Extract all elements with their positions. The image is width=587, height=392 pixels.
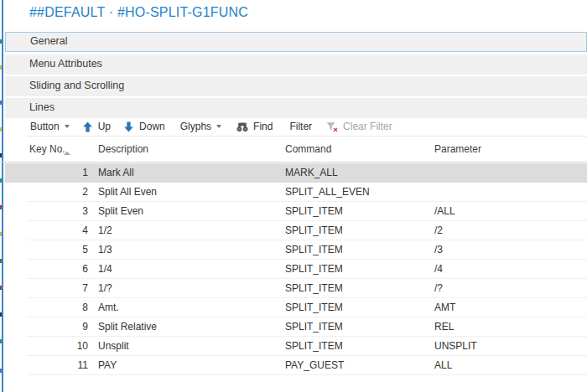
filter-button[interactable]: Filter: [289, 117, 312, 136]
find-button[interactable]: Find: [236, 117, 273, 136]
cell-description: 1/2: [98, 221, 112, 240]
cell-command: PAY_GUEST: [285, 356, 344, 375]
column-header-key-no[interactable]: Key No.: [29, 143, 65, 155]
section-label: Lines: [29, 101, 55, 113]
page-title: ##DEFAULT · #HO-SPLIT-G1FUNC: [29, 5, 248, 20]
table-row[interactable]: 61/4SPLIT_ITEM/4: [0, 260, 587, 279]
cell-command: SPLIT_ITEM: [285, 202, 343, 221]
cell-description: Amt.: [98, 298, 119, 317]
cell-description: 1/4: [98, 260, 112, 279]
lines-toolbar: Button Up Down Glyphs Find: [30, 117, 392, 136]
cell-parameter: /3: [434, 240, 443, 260]
move-up-button[interactable]: Up: [82, 117, 111, 136]
section-header-sliding-and-scrolling[interactable]: Sliding and Scrolling: [5, 76, 587, 96]
cell-command: SPLIT_ITEM: [285, 240, 343, 260]
cell-key-no: 3: [29, 202, 88, 221]
cell-description: Split All Even: [98, 183, 157, 202]
cell-description: Split Even: [98, 202, 143, 221]
filter-label: Filter: [289, 117, 312, 136]
table-row[interactable]: 51/3SPLIT_ITEM/3: [0, 240, 587, 260]
cell-key-no: 2: [29, 183, 88, 202]
cell-parameter: /ALL: [434, 202, 455, 221]
cell-command: SPLIT_ITEM: [285, 260, 343, 279]
find-label: Find: [253, 117, 273, 136]
table-row[interactable]: 41/2SPLIT_ITEM/2: [0, 221, 587, 240]
cell-key-no: 5: [29, 240, 88, 260]
table-row[interactable]: 8Amt.SPLIT_ITEMAMT: [0, 298, 587, 317]
section-header-general[interactable]: General: [5, 32, 587, 52]
page-window: ##DEFAULT · #HO-SPLIT-G1FUNC General Men…: [0, 0, 587, 392]
cell-command: MARK_ALL: [285, 163, 338, 183]
cell-command: SPLIT_ITEM: [285, 337, 343, 356]
clear-filter-icon: [326, 121, 338, 132]
cell-command: SPLIT_ITEM: [285, 279, 343, 298]
cell-description: Unsplit: [98, 337, 129, 356]
section-header-lines[interactable]: Lines: [5, 98, 587, 118]
move-up-label: Up: [98, 117, 111, 136]
button-menu-button[interactable]: Button: [30, 117, 70, 136]
section-label: General: [30, 35, 67, 47]
cell-command: SPLIT_ITEM: [285, 317, 343, 337]
glyphs-menu-label: Glyphs: [180, 117, 211, 136]
move-down-label: Down: [139, 117, 165, 136]
column-header-parameter[interactable]: Parameter: [434, 143, 481, 155]
arrow-up-icon: [82, 121, 93, 132]
section-header-menu-attributes[interactable]: Menu Attributes: [5, 54, 587, 75]
arrow-down-icon: [123, 121, 134, 132]
section-label: Menu Attributes: [29, 58, 102, 70]
cell-key-no: 9: [29, 317, 88, 337]
cell-key-no: 8: [29, 298, 88, 317]
table-row[interactable]: 1Mark AllMARK_ALL: [0, 163, 587, 183]
column-header-command[interactable]: Command: [285, 143, 331, 155]
cell-key-no: 10: [29, 337, 88, 356]
table-row[interactable]: 9Split RelativeSPLIT_ITEMREL: [0, 317, 587, 337]
cell-command: SPLIT_ITEM: [285, 298, 343, 317]
cell-command: SPLIT_ALL_EVEN: [285, 183, 370, 202]
grid-body: 1Mark AllMARK_ALL2Split All EvenSPLIT_AL…: [0, 163, 587, 375]
cell-parameter: UNSPLIT: [434, 337, 477, 356]
sort-ascending-icon: [64, 152, 70, 155]
cell-parameter: AMT: [434, 298, 455, 317]
table-row[interactable]: 3Split EvenSPLIT_ITEM/ALL: [0, 202, 587, 221]
cell-key-no: 11: [29, 356, 88, 375]
cell-description: PAY: [98, 356, 117, 375]
table-row[interactable]: 10UnsplitSPLIT_ITEMUNSPLIT: [0, 337, 587, 356]
section-label: Sliding and Scrolling: [29, 80, 124, 91]
cell-description: Mark All: [98, 163, 134, 183]
clear-filter-label: Clear Filter: [343, 117, 392, 136]
cell-parameter: REL: [434, 317, 454, 337]
toolbar-separator: [27, 136, 587, 137]
cell-description: 1/3: [98, 240, 112, 260]
glyphs-menu-button[interactable]: Glyphs: [180, 117, 221, 136]
chevron-down-icon: [65, 125, 70, 128]
table-header: Key No. Description Command Parameter: [0, 138, 587, 162]
button-menu-label: Button: [30, 117, 60, 136]
binoculars-icon: [236, 121, 248, 132]
cell-parameter: ALL: [434, 356, 452, 375]
cell-parameter: /4: [434, 260, 443, 279]
table-row[interactable]: 2Split All EvenSPLIT_ALL_EVEN: [0, 183, 587, 202]
cell-key-no: 6: [29, 260, 88, 279]
column-header-description[interactable]: Description: [98, 143, 148, 155]
clear-filter-button[interactable]: Clear Filter: [326, 117, 392, 136]
cell-parameter: /?: [434, 279, 443, 298]
cell-key-no: 7: [29, 279, 88, 298]
cell-description: 1/?: [98, 279, 112, 298]
cell-command: SPLIT_ITEM: [285, 221, 343, 240]
cell-key-no: 1: [29, 163, 88, 183]
chevron-down-icon: [216, 125, 221, 128]
cell-key-no: 4: [29, 221, 88, 240]
table-row[interactable]: 71/?SPLIT_ITEM/?: [0, 279, 587, 298]
table-row[interactable]: 11PAYPAY_GUESTALL: [0, 356, 587, 375]
cell-description: Split Relative: [98, 317, 157, 337]
cell-parameter: /2: [434, 221, 443, 240]
move-down-button[interactable]: Down: [123, 117, 165, 136]
